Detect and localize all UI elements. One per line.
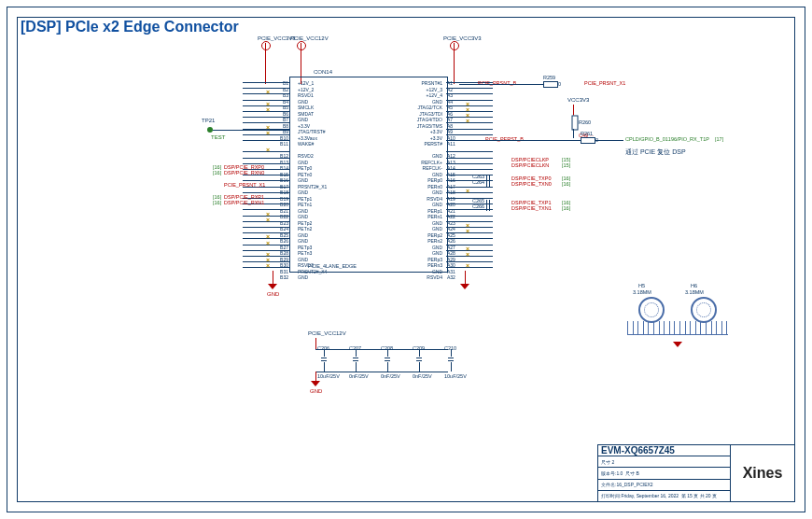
page-rxn1: [16] (213, 200, 221, 205)
gnd-label: GND (267, 291, 279, 297)
r259-ref: R259 (543, 75, 555, 80)
tp-ref: TP21 (202, 118, 215, 123)
sheet-title: [DSP] PCIe x2 Edge Connector (21, 19, 239, 35)
tb-rev: 版本号:1.0 尺寸 B (598, 468, 730, 479)
mounting-hole-h6 (691, 297, 717, 323)
page-txn0: [16] (562, 181, 570, 187)
pwr-pin (450, 41, 459, 50)
company-logo: Xines (730, 445, 794, 501)
page-clkn: [15] (562, 162, 570, 168)
net-txn0: DSP/PCIE_TXN0 (511, 181, 552, 187)
wire (465, 271, 466, 284)
tb-project: EVM-XQ6657Z45 (598, 445, 730, 456)
net-rxn0: DSP/PCIE_RXN0 (224, 170, 264, 175)
wire (315, 338, 316, 349)
mh6-ref: H6 (691, 283, 697, 288)
wire (315, 372, 448, 372)
r259 (543, 81, 558, 88)
tp-label: TEST (211, 134, 225, 140)
title-block: EVM-XQ6657Z45 尺寸 2 版本号:1.0 尺寸 B 文件名:16_D… (597, 444, 795, 502)
mh6-val: 3.18MM (685, 289, 704, 295)
note-zh: 通过 PCIE 复位 DSP (625, 147, 686, 157)
pin-names-left: +12V_1+12V_2RSVD1GNDSMCLKSMDATGND+3.3VJT… (295, 80, 340, 281)
mounting-hole-h5 (638, 297, 665, 323)
vcc3v3-label: VCC3V3 (567, 97, 589, 103)
net-prsnt-b: PCIE_PRSNT_B (478, 80, 516, 86)
r260-ref: R260 (579, 119, 591, 125)
net-perst: PCIE_PERST_B (485, 136, 524, 142)
page-txn1: [16] (562, 205, 570, 211)
connector-refdes: CON14 (314, 69, 332, 75)
wire (573, 129, 574, 138)
c-ref: C266 (472, 203, 484, 209)
net-clkn: DSP/PCIECLKN (511, 162, 549, 168)
wire (595, 140, 623, 141)
r261-ref: R261 (581, 131, 593, 136)
page-rxn0: [16] (213, 170, 221, 175)
net-rxn1: DSP/PCIE_RXN1 (224, 200, 264, 205)
decoup-gnd-label: GND (310, 388, 322, 394)
wire (315, 372, 316, 381)
pwr-pcie-vcc3v3-r: PCIE_VCC3V3 (443, 35, 482, 41)
pwr-pin (261, 41, 271, 50)
wire (459, 140, 581, 141)
net-txn1: DSP/PCIE_TXN1 (511, 205, 552, 211)
page-perst: [17] (715, 136, 723, 142)
wire (459, 84, 543, 85)
wire (273, 271, 273, 284)
tb-size: 尺寸 2 (598, 456, 730, 468)
r259-val: 0 (558, 81, 561, 87)
pwr-pin (297, 41, 306, 50)
tb-file: 文件名:16_DSP_PCIEX2 (598, 480, 730, 491)
net-prsnt-x1-l: PCIE_PRSNT_X1 (224, 182, 265, 188)
tb-date: 打印时间:Friday, September 16, 2022 第 15 页 共… (598, 491, 730, 501)
port-perst-fpga: CPLD/GPIO_B_01196/PIO_RX_T1P (625, 136, 709, 142)
c-ref: C264 (472, 179, 484, 185)
wire (627, 334, 728, 335)
mh5-ref: H5 (638, 283, 645, 288)
net-prsnt-x1-r: PCIE_PRSNT_X1 (584, 80, 625, 86)
r261 (581, 137, 595, 144)
ac-cap (483, 205, 493, 211)
pwr-pcie-vcc12v: PCIE_VCC12V (290, 35, 329, 41)
mh5-val: 3.18MM (633, 289, 651, 295)
decoup-rail: PCIE_VCC12V (308, 330, 346, 336)
ac-cap (483, 181, 493, 187)
pin-names-right: PRSNT#1+12V_3+12V_4GNDJTAG2/TCKJTAG3/TDI… (397, 80, 445, 281)
